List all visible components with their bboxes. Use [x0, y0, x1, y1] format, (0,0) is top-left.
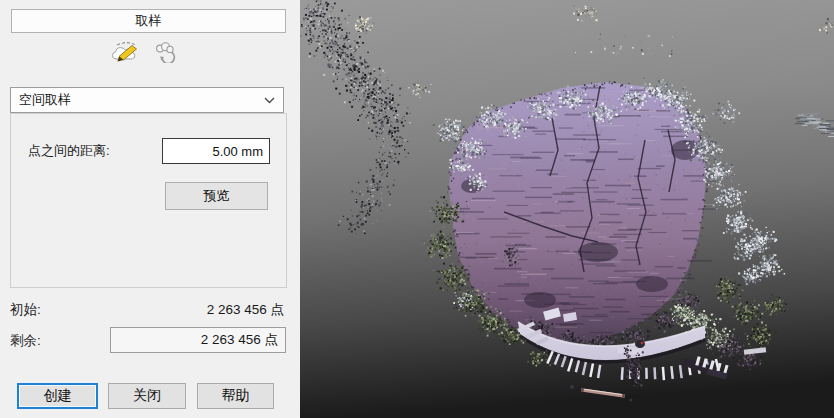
- create-button[interactable]: 创建: [17, 383, 98, 409]
- preview-button[interactable]: 预览: [165, 182, 268, 210]
- panel-title: 取样: [11, 9, 286, 33]
- toolbar-icons: [110, 40, 178, 64]
- sample-pen-cloud-icon[interactable]: [110, 40, 142, 64]
- sampling-method-dropdown[interactable]: 空间取样: [10, 87, 284, 113]
- chevron-down-icon: [264, 97, 275, 104]
- help-button[interactable]: 帮助: [197, 383, 274, 409]
- cloud-refresh-icon[interactable]: [152, 41, 178, 63]
- initial-label: 初始:: [10, 301, 41, 319]
- sampling-dialog-window: 取样 空间取样: [0, 0, 834, 418]
- remaining-value-box: 2 263 456 点: [110, 327, 286, 353]
- initial-value: 2 263 456 点: [110, 301, 284, 319]
- distance-label: 点之间的距离:: [28, 142, 110, 160]
- sampling-method-value: 空间取样: [19, 91, 71, 109]
- remaining-label: 剩余:: [10, 332, 41, 350]
- sampling-panel: 取样 空间取样: [0, 0, 300, 418]
- close-button[interactable]: 关闭: [108, 383, 186, 409]
- distance-input[interactable]: [162, 138, 270, 164]
- viewport-canvas[interactable]: [300, 0, 834, 418]
